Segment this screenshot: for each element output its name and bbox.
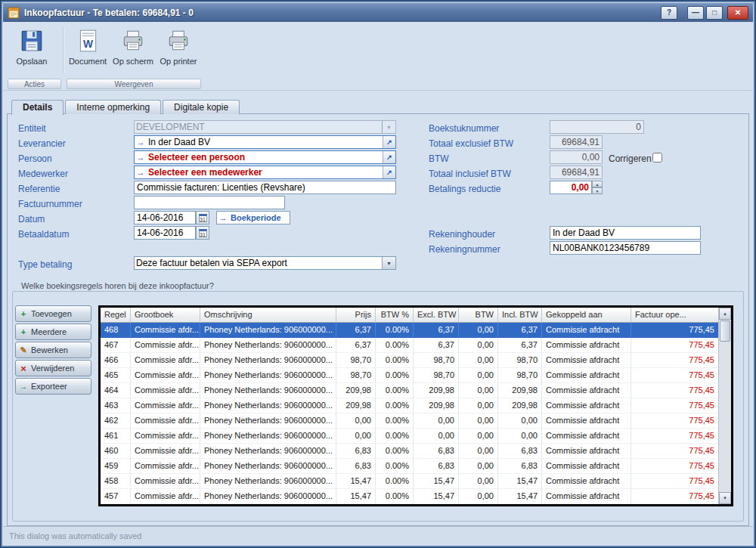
leverancier-lookup[interactable]: → In der Daad BV ↗	[134, 135, 396, 149]
column-header[interactable]: Gekoppeld aan	[542, 308, 631, 323]
group-title: Welke boekingsregels horen bij deze inko…	[18, 281, 217, 290]
table-row[interactable]: 462Commissie afdr...Phoney Netherlands: …	[101, 413, 718, 429]
betaaldatum-input[interactable]	[134, 226, 196, 240]
table-row[interactable]: 458Commissie afdr...Phoney Netherlands: …	[101, 474, 718, 489]
table-row[interactable]: 467Commissie afdr...Phoney Netherlands: …	[101, 338, 718, 353]
betalings-reductie-spinner[interactable]: ▲ ▼	[592, 181, 603, 194]
rekeninghouder-label: Rekeninghouder	[429, 228, 495, 241]
entiteit-value: DEVELOPMENT	[135, 122, 382, 132]
column-header[interactable]: Omschrijving	[200, 308, 336, 323]
bewerken-button[interactable]: ✎ Bewerken	[15, 342, 91, 358]
table-row[interactable]: 463Commissie afdr...Phoney Netherlands: …	[101, 398, 718, 413]
tab-details[interactable]: Details	[11, 100, 64, 115]
meerdere-button[interactable]: + Meerdere	[15, 324, 91, 340]
document-button[interactable]: W Document	[67, 26, 109, 75]
referentie-input[interactable]	[134, 181, 396, 194]
table-row[interactable]: 465Commissie afdr...Phoney Netherlands: …	[101, 368, 718, 383]
save-button[interactable]: Opslaan	[11, 26, 53, 75]
print-preview-button[interactable]: Op scherm	[112, 26, 154, 75]
table-cell: 6,83	[414, 444, 459, 458]
column-header[interactable]: BTW %	[376, 308, 414, 323]
table-cell: Commissie afdr...	[131, 413, 200, 428]
edit-icon: ✎	[16, 345, 31, 355]
toevoegen-button[interactable]: + Toevoegen	[15, 305, 91, 322]
table-cell: 0.00%	[376, 398, 414, 413]
table-row[interactable]: 468Commissie afdr...Phoney Netherlands: …	[101, 323, 718, 338]
table-cell: 0.00%	[376, 368, 414, 382]
medewerker-open-button[interactable]: ↗	[383, 166, 395, 178]
scroll-up-icon[interactable]: ▲	[719, 308, 731, 320]
table-row[interactable]: 459Commissie afdr...Phoney Netherlands: …	[101, 459, 718, 474]
word-document-icon: W	[75, 28, 101, 54]
corrigeren-checkbox[interactable]	[652, 153, 662, 163]
rekeninghouder-input[interactable]	[550, 226, 701, 240]
type-betaling-select[interactable]: Deze factuur betalen via SEPA export ▼	[134, 256, 396, 270]
referentie-label: Referentie	[18, 182, 60, 196]
table-cell: 0.00%	[376, 383, 414, 398]
exporteer-button[interactable]: → Exporteer	[15, 378, 91, 395]
table-cell: 98,70	[336, 353, 376, 367]
factuurnummer-input[interactable]	[134, 196, 285, 209]
save-icon	[19, 28, 45, 54]
table-cell: 15,47	[498, 474, 542, 488]
rekeningnummer-input[interactable]	[550, 241, 701, 255]
tab-interne-opmerking[interactable]: Interne opmerking	[65, 100, 161, 114]
datum-calendar-button[interactable]: 31	[196, 211, 209, 224]
table-cell: 775,45	[631, 474, 718, 488]
table-row[interactable]: 464Commissie afdr...Phoney Netherlands: …	[101, 383, 718, 398]
close-button[interactable]: ✕	[727, 6, 748, 20]
minimize-button[interactable]: —	[687, 6, 704, 20]
verwijderen-button[interactable]: × Verwijderen	[15, 360, 91, 376]
calendar-icon: 31	[199, 229, 207, 237]
column-header[interactable]: Incl. BTW	[498, 308, 542, 323]
boekperiode-button[interactable]: → Boekperiode	[216, 211, 290, 224]
spin-down-icon[interactable]: ▼	[592, 187, 603, 194]
table-cell: Phoney Netherlands: 906000000...	[200, 489, 336, 503]
persoon-value: Selecteer een persoon	[147, 152, 383, 163]
persoon-lookup[interactable]: → Selecteer een persoon ↗	[134, 150, 396, 164]
table-row[interactable]: 461Commissie afdr...Phoney Netherlands: …	[101, 429, 718, 444]
table-cell: Commissie afdr...	[131, 459, 200, 473]
table-cell: Commissie afdr...	[131, 398, 200, 413]
betalings-reductie-input[interactable]	[550, 181, 592, 194]
tab-digitale-kopie[interactable]: Digitale kopie	[163, 100, 240, 114]
column-header[interactable]: Prijs	[336, 308, 376, 323]
maximize-button[interactable]: □	[706, 6, 723, 20]
btw-label: BTW	[429, 152, 449, 166]
grid-scrollbar[interactable]: ▲ ▼	[718, 308, 731, 504]
print-button[interactable]: Op printer	[157, 26, 200, 75]
scrollbar-thumb[interactable]	[720, 320, 730, 342]
table-row[interactable]: 460Commissie afdr...Phoney Netherlands: …	[101, 444, 718, 459]
table-cell: 98,70	[498, 368, 542, 382]
spin-up-icon[interactable]: ▲	[592, 181, 603, 187]
boekstuknummer-label: Boekstuknummer	[429, 122, 499, 135]
table-cell: Commissie afdr...	[131, 323, 200, 337]
table-cell: Commissie afdracht	[542, 383, 631, 398]
help-button[interactable]: ?	[661, 6, 677, 20]
medewerker-lookup[interactable]: → Selecteer een medewerker ↗	[134, 166, 396, 179]
column-header[interactable]: Regel	[101, 308, 131, 323]
table-cell: 15,47	[336, 474, 376, 488]
table-cell: 465	[101, 368, 131, 382]
table-row[interactable]: 457Commissie afdr...Phoney Netherlands: …	[101, 489, 718, 504]
leverancier-open-button[interactable]: ↗	[383, 136, 395, 148]
table-cell: Phoney Netherlands: 906000000...	[200, 383, 336, 398]
print-preview-label: Op scherm	[113, 57, 153, 66]
table-row[interactable]: 466Commissie afdr...Phoney Netherlands: …	[101, 353, 718, 368]
column-header[interactable]: BTW	[459, 308, 498, 323]
persoon-open-button[interactable]: ↗	[383, 151, 395, 163]
column-header[interactable]: Grootboek	[131, 308, 200, 323]
datum-input[interactable]	[134, 211, 196, 224]
add-multiple-icon: +	[16, 327, 31, 336]
table-cell: 0,00	[459, 444, 498, 458]
table-cell: Commissie afdracht	[542, 368, 631, 382]
table-cell: 6,83	[336, 444, 376, 458]
betaaldatum-calendar-button[interactable]: 31	[196, 226, 209, 240]
table-cell: 459	[101, 459, 131, 473]
scroll-down-icon[interactable]: ▼	[719, 492, 731, 504]
table-cell: 6,83	[498, 444, 542, 458]
column-header[interactable]: Factuur ope...	[631, 308, 718, 323]
table-cell: 457	[101, 489, 131, 503]
column-header[interactable]: Excl. BTW	[414, 308, 459, 323]
table-cell: Phoney Netherlands: 906000000...	[200, 323, 336, 337]
